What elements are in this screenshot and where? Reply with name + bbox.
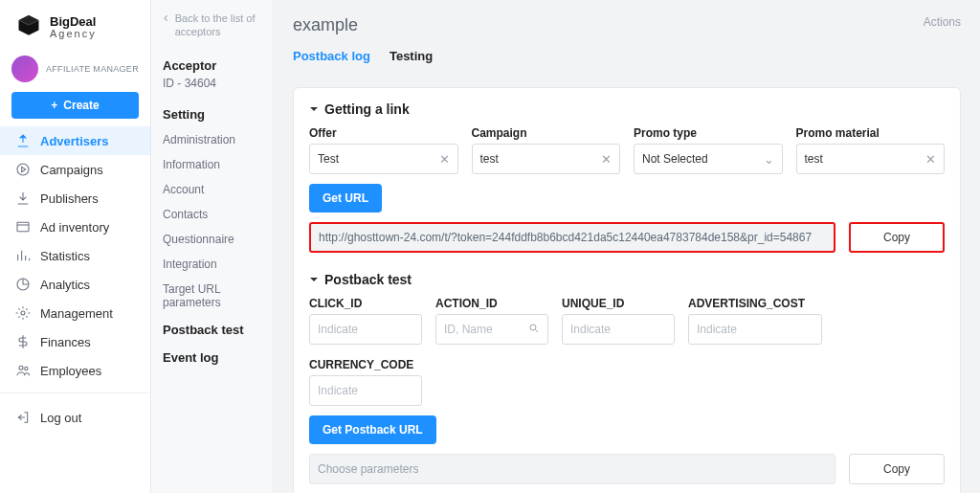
getlink-fields: Offer Test✕ Campaign test✕ Promo type No… xyxy=(309,126,945,174)
item-account[interactable]: Account xyxy=(151,177,273,202)
main-nav: Advertisers Campaigns Publishers Ad inve… xyxy=(0,126,150,385)
svg-point-0 xyxy=(17,164,29,175)
nav-finances[interactable]: Finances xyxy=(0,327,150,356)
gear-icon xyxy=(15,305,31,321)
actions-link[interactable]: Actions xyxy=(924,15,961,29)
copy-url-button[interactable]: Copy xyxy=(849,222,945,253)
campaign-value: test xyxy=(480,152,499,166)
bar-chart-icon xyxy=(15,248,31,263)
campaign-label: Campaign xyxy=(472,126,621,140)
brand-sub: Agency xyxy=(50,28,97,39)
nav-ad-inventory[interactable]: Ad inventory xyxy=(0,213,150,241)
pie-chart-icon xyxy=(15,277,31,292)
create-label: Create xyxy=(63,99,99,112)
search-icon[interactable] xyxy=(528,323,540,337)
get-url-button[interactable]: Get URL xyxy=(309,184,382,213)
settings-list: Setting Administration Information Accou… xyxy=(151,100,273,370)
item-questionnaire[interactable]: Questionnaire xyxy=(151,227,273,252)
clear-icon[interactable]: ✕ xyxy=(925,152,936,167)
section-label: Postback test xyxy=(324,272,412,287)
adv-cost-label: ADVERTISING_COST xyxy=(688,297,822,310)
play-circle-icon xyxy=(15,162,31,177)
promo-type-select[interactable]: Not Selected⌄ xyxy=(634,144,783,174)
offer-label: Offer xyxy=(309,126,458,140)
nav-label: Finances xyxy=(40,335,91,349)
nav-employees[interactable]: Employees xyxy=(0,356,150,385)
section-postback-test[interactable]: Postback test xyxy=(309,272,945,287)
download-icon xyxy=(15,190,31,206)
back-link[interactable]: Back to the list of acceptors xyxy=(151,11,273,49)
chevron-left-icon xyxy=(163,13,169,23)
dollar-icon xyxy=(15,334,31,349)
action-id-field[interactable] xyxy=(444,323,528,336)
tab-testing[interactable]: Testing xyxy=(390,47,433,73)
nav-advertisers[interactable]: Advertisers xyxy=(0,126,150,155)
click-id-field[interactable] xyxy=(318,323,413,336)
logout-icon xyxy=(15,410,31,425)
create-button[interactable]: + Create xyxy=(11,92,139,119)
group-event-log[interactable]: Event log xyxy=(151,343,273,370)
field-promo-material: Promo material test✕ xyxy=(796,126,946,174)
avatar xyxy=(11,56,38,82)
adv-cost-field[interactable] xyxy=(697,323,813,336)
postback-fields: CLICK_ID ACTION_ID UNIQUE_ID ADVERTISING… xyxy=(309,297,945,406)
field-adv-cost: ADVERTISING_COST xyxy=(688,297,822,345)
field-currency: CURRENCY_CODE xyxy=(309,358,422,406)
nav-label: Management xyxy=(40,306,113,321)
back-label: Back to the list of acceptors xyxy=(175,11,261,39)
acceptor-title: Acceptor xyxy=(151,49,273,77)
clear-icon[interactable]: ✕ xyxy=(601,152,612,167)
logout-section: Log out xyxy=(0,392,150,432)
brand-name: BigDeal xyxy=(50,15,97,28)
item-information[interactable]: Information xyxy=(151,152,273,177)
plus-icon: + xyxy=(51,99,57,112)
nav-label: Campaigns xyxy=(40,163,103,177)
secondary-sidebar: Back to the list of acceptors Acceptor I… xyxy=(151,0,274,493)
group-postback-test[interactable]: Postback test xyxy=(151,315,273,343)
currency-label: CURRENCY_CODE xyxy=(309,358,422,371)
svg-rect-1 xyxy=(17,222,29,231)
adv-cost-input[interactable] xyxy=(688,314,822,345)
tabs: Postback log Testing xyxy=(293,47,961,74)
group-setting: Setting xyxy=(151,100,273,127)
window-icon xyxy=(15,219,31,235)
unique-id-input[interactable] xyxy=(562,314,675,345)
field-unique-id: UNIQUE_ID xyxy=(562,297,675,345)
click-id-input[interactable] xyxy=(309,314,422,345)
item-integration[interactable]: Integration xyxy=(151,252,273,277)
generated-url[interactable]: http://ghosttown-24.com/t/?token=244fddf… xyxy=(309,222,835,253)
caret-down-icon xyxy=(309,104,319,114)
nav-label: Analytics xyxy=(40,278,90,292)
nav-management[interactable]: Management xyxy=(0,299,150,327)
section-label: Getting a link xyxy=(324,101,410,117)
promo-material-label: Promo material xyxy=(796,126,946,140)
nav-analytics[interactable]: Analytics xyxy=(0,270,150,299)
nav-publishers[interactable]: Publishers xyxy=(0,184,150,213)
nav-logout[interactable]: Log out xyxy=(0,403,150,432)
clear-icon[interactable]: ✕ xyxy=(439,152,450,167)
copy-postback-button[interactable]: Copy xyxy=(849,454,945,484)
choose-parameters[interactable]: Choose parameters xyxy=(309,454,835,484)
action-id-label: ACTION_ID xyxy=(435,297,548,310)
chevron-down-icon: ⌄ xyxy=(764,152,774,167)
promo-type-value: Not Selected xyxy=(642,152,708,166)
action-id-input[interactable] xyxy=(435,314,548,345)
section-getting-link[interactable]: Getting a link xyxy=(309,101,945,117)
page-title: example xyxy=(293,15,358,35)
nav-statistics[interactable]: Statistics xyxy=(0,241,150,270)
item-administration[interactable]: Administration xyxy=(151,127,273,152)
get-postback-url-button[interactable]: Get Postback URL xyxy=(309,415,436,444)
currency-input[interactable] xyxy=(309,375,422,406)
campaign-input[interactable]: test✕ xyxy=(472,144,621,174)
currency-field[interactable] xyxy=(318,384,413,397)
caret-down-icon xyxy=(309,275,319,284)
item-target-url-params[interactable]: Target URL parameters xyxy=(151,277,273,315)
offer-input[interactable]: Test✕ xyxy=(309,144,458,174)
promo-material-input[interactable]: test✕ xyxy=(796,144,946,174)
item-contacts[interactable]: Contacts xyxy=(151,202,273,227)
nav-campaigns[interactable]: Campaigns xyxy=(0,155,150,184)
tab-postback-log[interactable]: Postback log xyxy=(293,47,370,73)
offer-value: Test xyxy=(318,152,339,166)
unique-id-field[interactable] xyxy=(570,323,666,336)
svg-point-5 xyxy=(25,367,28,370)
